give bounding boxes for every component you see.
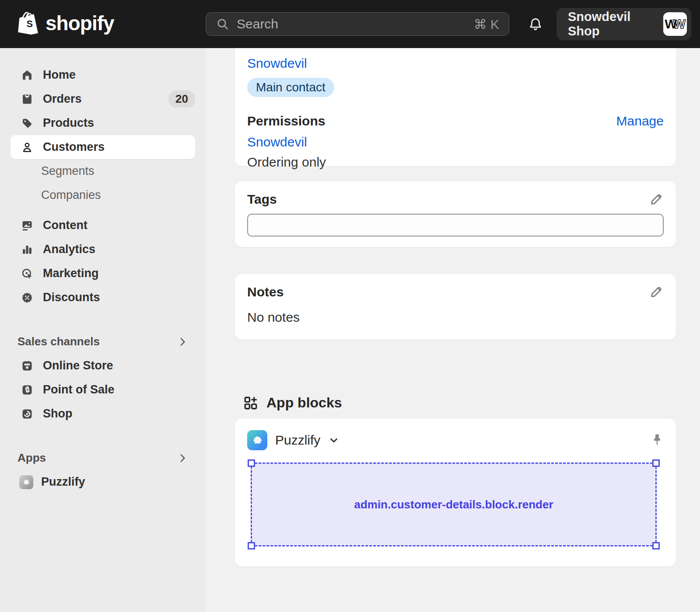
notifications-button[interactable]: [528, 17, 543, 32]
shop-channel-icon: [21, 408, 33, 420]
shopify-bag-icon: S: [18, 10, 41, 37]
sidebar-item-label: Analytics: [43, 243, 95, 256]
pin-icon: [651, 433, 664, 448]
search-placeholder: Search: [237, 17, 467, 31]
location-link[interactable]: Snowdevil: [247, 135, 307, 150]
sidebar-item-customers[interactable]: Customers: [10, 135, 195, 159]
permissions-title: Permissions: [247, 114, 325, 129]
marketing-icon: [21, 268, 33, 280]
selection-handle[interactable]: [652, 542, 660, 549]
search-input[interactable]: Search ⌘ K: [206, 12, 509, 36]
pencil-icon: [649, 285, 664, 299]
shop-avatar: WW: [663, 12, 687, 36]
permission-level-text: Ordering only: [247, 155, 664, 170]
sidebar-item-home[interactable]: Home: [0, 63, 206, 87]
app-block-render-target[interactable]: admin.customer-details.block.render: [251, 462, 657, 546]
edit-notes-button[interactable]: [649, 285, 664, 299]
puzzlify-app-icon: [247, 430, 267, 450]
sidebar-item-shop[interactable]: Shop: [0, 402, 206, 426]
app-block-app-name: Puzzlify: [275, 433, 320, 448]
selection-handle[interactable]: [652, 459, 660, 467]
sidebar-item-label: Shop: [43, 407, 73, 421]
selection-handle[interactable]: [248, 459, 255, 467]
tags-input[interactable]: [247, 214, 664, 236]
chevron-down-icon[interactable]: [328, 435, 340, 446]
puzzlify-app-icon: [19, 475, 33, 489]
sidebar-item-label: Puzzlify: [41, 475, 85, 489]
svg-text:S: S: [26, 388, 28, 391]
company-link[interactable]: Snowdevil: [247, 56, 307, 71]
manage-permissions-link[interactable]: Manage: [616, 114, 664, 129]
chevron-right-icon: [177, 336, 188, 348]
app-blocks-icon: [243, 395, 259, 411]
app-blocks-title: App blocks: [266, 395, 342, 411]
tags-title: Tags: [247, 192, 277, 207]
search-shortcut: ⌘ K: [474, 17, 499, 32]
content-icon: [21, 219, 33, 232]
sidebar-item-label: Orders: [43, 92, 82, 106]
sidebar: Home Orders 20 Products Customers Segmen…: [0, 48, 206, 612]
sidebar-item-label: Customers: [43, 140, 105, 154]
bell-icon: [528, 17, 543, 32]
home-icon: [21, 69, 33, 81]
sidebar-item-label: Online Store: [43, 359, 113, 372]
sidebar-item-content[interactable]: Content: [0, 213, 206, 237]
sidebar-item-label: Point of Sale: [43, 383, 115, 396]
selection-handle[interactable]: [248, 542, 255, 549]
sidebar-item-label: Content: [43, 219, 88, 232]
main-contact-badge: Main contact: [247, 78, 334, 97]
point-of-sale-icon: S: [21, 384, 33, 396]
sidebar-item-label: Marketing: [43, 267, 99, 280]
apps-header[interactable]: Apps: [0, 446, 206, 470]
sidebar-item-point-of-sale[interactable]: S Point of Sale: [0, 378, 206, 402]
orders-icon: [21, 93, 33, 105]
customers-icon: [21, 141, 33, 153]
search-icon: [216, 17, 230, 31]
sidebar-item-analytics[interactable]: Analytics: [0, 237, 206, 261]
notes-empty-text: No notes: [247, 310, 664, 325]
online-store-icon: [21, 360, 33, 372]
shopify-logo[interactable]: S shopify: [18, 10, 114, 37]
sidebar-item-marketing[interactable]: Marketing: [0, 261, 206, 285]
sidebar-item-online-store[interactable]: Online Store: [0, 354, 206, 378]
main-content: Snowdevil Main contact Permissions Manag…: [206, 48, 700, 612]
shop-menu-button[interactable]: Snowdevil Shop WW: [556, 8, 691, 40]
render-target-label: admin.customer-details.block.render: [354, 498, 553, 511]
chevron-right-icon: [177, 452, 188, 464]
notes-card: Notes No notes: [235, 274, 676, 340]
pin-button[interactable]: [651, 433, 664, 448]
sidebar-item-label: Products: [43, 116, 94, 130]
app-block-card: Puzzlify admin.customer-details.block.re…: [235, 419, 676, 567]
notes-title: Notes: [247, 285, 284, 299]
sidebar-item-puzzlify[interactable]: Puzzlify: [0, 470, 206, 494]
shop-name: Snowdevil Shop: [568, 10, 663, 38]
tags-card: Tags: [235, 181, 676, 247]
sidebar-item-companies[interactable]: Companies: [0, 183, 206, 207]
analytics-icon: [21, 243, 33, 256]
edit-tags-button[interactable]: [649, 192, 664, 207]
svg-text:S: S: [27, 19, 33, 29]
orders-count-badge: 20: [168, 90, 195, 108]
sidebar-item-label: Home: [43, 68, 76, 82]
sidebar-item-orders[interactable]: Orders 20: [0, 87, 206, 111]
app-blocks-header: App blocks: [243, 395, 700, 411]
sidebar-item-products[interactable]: Products: [0, 111, 206, 135]
products-icon: [21, 117, 33, 129]
sidebar-item-label: Segments: [41, 164, 94, 178]
sidebar-item-label: Discounts: [43, 291, 100, 304]
discounts-icon: [21, 292, 33, 304]
topbar: S shopify Search ⌘ K Snowdevil Shop WW: [0, 0, 700, 48]
sidebar-item-label: Companies: [41, 188, 101, 202]
contact-permissions-card: Snowdevil Main contact Permissions Manag…: [235, 48, 676, 166]
pencil-icon: [649, 192, 664, 207]
sidebar-item-segments[interactable]: Segments: [0, 159, 206, 183]
sidebar-item-discounts[interactable]: Discounts: [0, 285, 206, 309]
shopify-wordmark: shopify: [46, 11, 114, 35]
sales-channels-header[interactable]: Sales channels: [0, 330, 206, 354]
